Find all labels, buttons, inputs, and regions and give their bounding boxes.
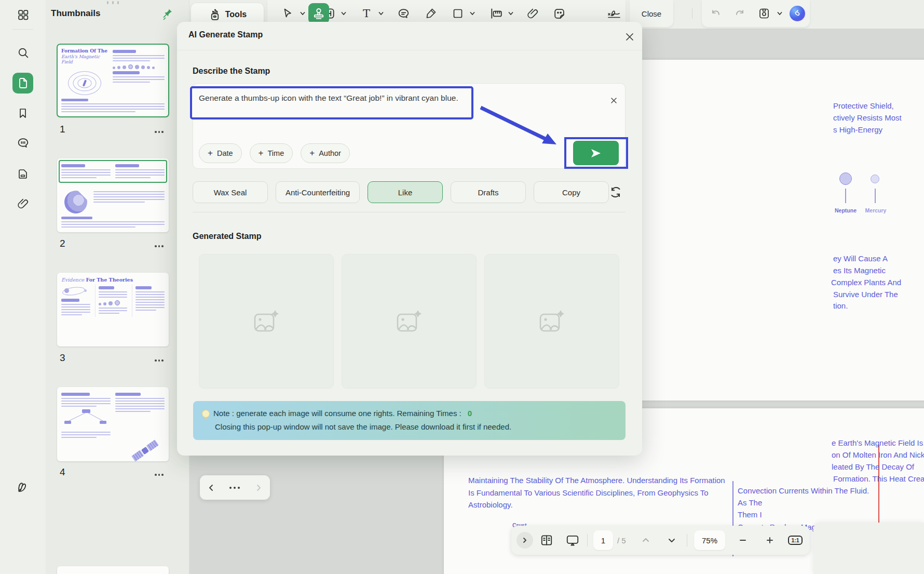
- text-tool-icon: T: [363, 7, 370, 20]
- two-page-view-button[interactable]: [536, 526, 557, 555]
- pdf-text-line: Protective Shield,: [833, 101, 894, 110]
- close-icon: [624, 32, 635, 42]
- toolbar-right-group: [702, 0, 810, 27]
- page-4-menu[interactable]: [154, 471, 165, 479]
- save-button[interactable]: [755, 0, 773, 27]
- thumb1-title-line1: Formation Of The: [61, 48, 108, 54]
- undo-button[interactable]: [705, 0, 726, 27]
- add-time-chip[interactable]: +Time: [250, 143, 293, 163]
- panel-resize-handle[interactable]: [107, 1, 119, 4]
- sticker-icon: [553, 7, 566, 20]
- preset-like-active[interactable]: Like: [368, 181, 443, 203]
- planet-neptune-circle: [839, 172, 852, 185]
- next-page-button[interactable]: [661, 526, 683, 555]
- plus-icon: [766, 536, 774, 544]
- zoom-level-field[interactable]: 75%: [694, 530, 725, 550]
- paperclip-icon: [17, 197, 29, 210]
- pin-icon: [161, 7, 173, 20]
- thumbnail-page-1[interactable]: Formation Of The Earth's Magnetic Field: [57, 44, 169, 117]
- page-total-label: / 5: [617, 526, 626, 555]
- remaining-times-count: 0: [468, 407, 472, 420]
- image-sparkle-icon: [253, 310, 279, 333]
- generate-send-button[interactable]: [573, 141, 619, 165]
- page-2-menu[interactable]: [154, 242, 165, 250]
- pager-more-button[interactable]: [229, 487, 240, 489]
- select-cursor-icon: [281, 7, 294, 20]
- chip-label: Author: [319, 149, 341, 157]
- chevron-down-icon: [469, 10, 475, 17]
- ai-assistant-icon: [793, 9, 802, 18]
- sidebar-pages[interactable]: [12, 164, 33, 184]
- preset-wax-seal[interactable]: Wax Seal: [193, 181, 268, 203]
- close-icon: [610, 97, 618, 104]
- pdf-text-line: Survive Under The: [833, 290, 898, 299]
- preset-copy[interactable]: Copy: [534, 181, 609, 203]
- dialog-close-button[interactable]: [622, 30, 637, 46]
- ai-assistant-button[interactable]: [790, 6, 805, 21]
- previous-page-button[interactable]: [635, 526, 657, 555]
- add-date-chip[interactable]: +Date: [199, 143, 242, 163]
- chip-label: Time: [268, 149, 284, 157]
- insert-chips-row: +Date +Time +Author: [199, 143, 350, 163]
- zoom-out-button[interactable]: [732, 526, 753, 555]
- pdf-text-line: es Its Magnetic: [833, 266, 886, 275]
- preset-anti-counterfeiting[interactable]: Anti-Counterfeiting: [276, 181, 360, 203]
- sidebar-comments[interactable]: [12, 132, 33, 153]
- actual-size-icon: 1:1: [788, 536, 802, 545]
- sidebar-apps-grid[interactable]: [12, 4, 33, 25]
- left-sidebar: [0, 0, 46, 574]
- add-author-chip[interactable]: +Author: [301, 143, 350, 163]
- note-banner: Note : generate each image will consume …: [193, 401, 626, 440]
- stamp-tool-active[interactable]: [308, 3, 329, 24]
- ink-palette-icon: [16, 480, 30, 494]
- comment-icon: [397, 7, 410, 20]
- chevron-right-icon[interactable]: [254, 484, 263, 492]
- bottom-right-surface: [813, 523, 924, 574]
- dialog-divider: [177, 50, 642, 50]
- thumbnail-page-3[interactable]: Evidence For The Theories: [57, 273, 169, 346]
- thumbnail-page-4[interactable]: [57, 387, 169, 461]
- plus-icon: +: [259, 148, 264, 158]
- page-number-label: 3: [60, 352, 65, 364]
- generated-stamp-placeholder-3[interactable]: [484, 254, 619, 389]
- note-line-1: Note : generate each image will consume …: [213, 407, 461, 420]
- page-1-menu[interactable]: [154, 128, 165, 136]
- chevron-right-icon: [522, 537, 528, 543]
- save-dropdown[interactable]: [773, 0, 786, 27]
- pdf-text-line: tion.: [833, 301, 848, 310]
- redo-button[interactable]: [730, 0, 751, 27]
- page-3-menu[interactable]: [154, 356, 165, 365]
- pdf-text-line: Them I: [738, 510, 762, 519]
- pin-panel-button[interactable]: [161, 7, 173, 22]
- comment-bubble-icon: [17, 137, 30, 150]
- thumb1-content: Formation Of The Earth's Magnetic Field: [57, 44, 169, 99]
- sidebar-thumbnails-active[interactable]: [12, 73, 33, 94]
- chevron-left-icon[interactable]: [207, 484, 215, 492]
- sidebar-attachments[interactable]: [12, 193, 33, 214]
- presentation-button[interactable]: [561, 526, 584, 555]
- page-number-input[interactable]: 1: [593, 530, 613, 550]
- ruler-icon: [490, 7, 503, 20]
- clear-prompt-button[interactable]: [608, 95, 620, 109]
- stamp-prompt-input[interactable]: Generate a thumbs-up icon with the text …: [190, 86, 473, 119]
- signature-icon: [607, 6, 621, 21]
- stamp-icon: [312, 7, 325, 20]
- thumbnail-page-2[interactable]: [57, 158, 169, 232]
- actual-size-button[interactable]: 1:1: [784, 526, 806, 555]
- undo-icon: [709, 7, 722, 20]
- pdf-text-line: ey Will Cause A: [833, 254, 888, 263]
- expand-panel-button[interactable]: [517, 532, 533, 549]
- refresh-presets-button[interactable]: [608, 184, 623, 202]
- two-page-view-icon: [540, 533, 553, 547]
- preset-drafts[interactable]: Drafts: [451, 181, 526, 203]
- image-sparkle-icon: [396, 310, 422, 333]
- sidebar-ink[interactable]: [12, 477, 33, 498]
- zoom-in-button[interactable]: [759, 526, 780, 555]
- generated-stamp-placeholder-2[interactable]: [342, 254, 477, 389]
- page-thumbnails-icon: [17, 77, 29, 89]
- thumbnail-page-5-partial[interactable]: [57, 566, 169, 574]
- sidebar-bookmarks[interactable]: [12, 103, 33, 124]
- sidebar-search[interactable]: [12, 42, 33, 63]
- chevron-down-icon: [668, 536, 676, 544]
- generated-stamp-placeholder-1[interactable]: [199, 254, 334, 389]
